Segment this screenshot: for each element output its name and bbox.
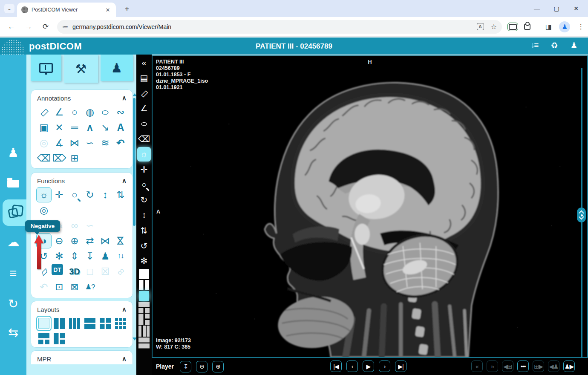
layout-1left-2right-outline[interactable] xyxy=(138,314,150,325)
effects-gear-icon[interactable]: ✻ xyxy=(137,254,151,268)
effects-gear-icon[interactable]: ✻ xyxy=(52,248,67,264)
window-level-icon[interactable]: ☼ xyxy=(36,187,52,202)
probe-icon[interactable]: ◎ xyxy=(36,135,52,150)
spline-icon[interactable]: ≋ xyxy=(98,135,113,150)
dt-icon[interactable]: DT xyxy=(52,264,63,275)
close-button[interactable]: ✕ xyxy=(571,3,581,14)
erase-all-icon[interactable]: ⌦ xyxy=(52,150,67,166)
forward-button[interactable]: → xyxy=(23,21,34,32)
translate-icon[interactable]: A xyxy=(477,23,484,30)
zoom-in-icon[interactable]: ⊕ xyxy=(67,233,82,248)
layout-1x3-outline[interactable] xyxy=(138,326,150,337)
layout-1x2[interactable] xyxy=(54,318,65,329)
previous-series-button[interactable]: ◀⊞ xyxy=(502,361,513,372)
url-text[interactable]: germany.postdicom.com/Viewer/Main xyxy=(72,23,473,30)
trash-icon[interactable]: ♻ xyxy=(549,40,559,50)
cross-lines-icon[interactable]: ✕ xyxy=(52,120,67,135)
menu-kebab-icon[interactable]: ⋮ xyxy=(577,23,584,31)
mirror-vertical-icon[interactable]: ⋈ xyxy=(113,233,128,248)
reload-button[interactable]: ⟳ xyxy=(40,21,51,32)
folders-icon[interactable] xyxy=(0,170,26,194)
cobb-angle-icon[interactable]: ⋈ xyxy=(67,135,82,150)
layout-1top-2bottom[interactable] xyxy=(38,333,49,344)
layout-3x3[interactable] xyxy=(115,318,126,329)
rotate-icon[interactable]: ↻ xyxy=(137,193,151,207)
user-help-icon[interactable]: ♟? xyxy=(82,279,98,294)
previous-patient-button[interactable]: ◀♟ xyxy=(548,361,559,372)
dicom-viewport[interactable]: PATIENT III 02456789 01.01.1853 - F dzne… xyxy=(152,55,588,358)
tab-patient-info[interactable]: ♟ xyxy=(101,55,133,81)
share-sync-icon[interactable]: ↻ xyxy=(0,292,26,316)
report-document-icon[interactable]: ▤ xyxy=(137,71,151,85)
profile-avatar[interactable]: ♟ xyxy=(559,21,570,32)
stretch-vertical-icon[interactable]: ↕ xyxy=(137,208,151,222)
speed-up-button[interactable]: ⊕ xyxy=(212,361,224,372)
ruler-icon[interactable]: ▭ xyxy=(134,83,154,103)
collapse-layouts-icon[interactable]: ∧ xyxy=(122,306,127,313)
layout-1x1[interactable] xyxy=(38,318,49,329)
cine-download-button[interactable]: ↧ xyxy=(180,361,191,372)
tab-close-icon[interactable]: ✕ xyxy=(104,6,112,14)
ellipse-icon[interactable]: ○ xyxy=(134,116,154,131)
shutter-icon[interactable]: ◎ xyxy=(36,202,52,218)
dashed-roi-icon[interactable]: □ xyxy=(82,264,98,279)
flip-page-icon[interactable]: ⇄ xyxy=(82,233,98,248)
open-angle-icon[interactable]: ∡ xyxy=(52,135,67,150)
maximize-button[interactable]: ▢ xyxy=(551,3,562,14)
screenshot-frame-icon[interactable] xyxy=(509,24,517,30)
patient-height-icon[interactable]: ♟ xyxy=(98,248,113,264)
freehand-bone-icon[interactable]: ∽ xyxy=(82,218,98,233)
layout-2x1-outline[interactable] xyxy=(138,338,150,349)
worklist-search-icon[interactable]: ≡ xyxy=(0,261,26,285)
next-image-button[interactable]: › xyxy=(379,361,390,372)
expand-vertical-icon[interactable]: ⇕ xyxy=(67,248,82,264)
cloud-upload-icon[interactable]: ☁ xyxy=(0,230,26,254)
eraser-icon[interactable]: ⌫ xyxy=(36,150,52,166)
collapse-mpr-icon[interactable]: ∧ xyxy=(122,355,127,363)
url-bar[interactable]: ≔ germany.postdicom.com/Viewer/Main A☆ xyxy=(57,20,502,34)
collapse-functions-icon[interactable]: ∧ xyxy=(122,177,127,185)
bone-icon[interactable]: ∞ xyxy=(67,218,82,233)
layout-2x2[interactable] xyxy=(100,318,111,329)
collapse-panel-icon[interactable]: « xyxy=(137,55,151,70)
circle-icon[interactable]: ○ xyxy=(67,104,82,120)
next-patient-button[interactable]: ♟▶ xyxy=(563,361,575,372)
eraser-icon[interactable]: ⌫ xyxy=(137,132,151,146)
layout-2x1[interactable] xyxy=(84,318,95,329)
side-panel-icon[interactable]: ◨ xyxy=(545,23,552,31)
last-image-button[interactable]: ▶| xyxy=(395,361,406,372)
zoom-out-icon[interactable]: ⊖ xyxy=(52,233,67,248)
parallel-lines-icon[interactable]: ═ xyxy=(67,120,82,135)
rotate-icon[interactable]: ↻ xyxy=(82,187,98,202)
sort-download-icon[interactable]: ↓≡ xyxy=(529,40,539,50)
studies-cards-icon[interactable] xyxy=(0,201,26,225)
stack-scroll-icon[interactable]: ⇅ xyxy=(137,223,151,238)
more-options-button[interactable]: ••• xyxy=(517,361,529,372)
account-icon[interactable]: ♟ xyxy=(568,40,579,50)
layout-1left-2right[interactable] xyxy=(54,333,65,344)
extensions-puzzle-icon[interactable] xyxy=(524,24,530,30)
layout-1x3[interactable] xyxy=(69,318,80,329)
image-lock-icon[interactable]: ⊠ xyxy=(67,279,82,294)
transfer-devices-icon[interactable]: ⇆ xyxy=(0,320,26,344)
save-annotation-icon[interactable]: ⊞ xyxy=(67,150,82,166)
tab-tools[interactable]: ⚒ xyxy=(64,55,98,83)
arrow-icon[interactable]: ↘ xyxy=(98,120,113,135)
layout-1top-2bottom-outline[interactable] xyxy=(138,302,150,313)
new-tab-button[interactable]: + xyxy=(122,4,132,14)
bone-rotate-icon[interactable]: ∞ xyxy=(110,261,132,283)
magnify-icon[interactable]: ○ xyxy=(137,177,151,192)
image-history-icon[interactable]: ⊡ xyxy=(52,279,67,294)
freehand-region-icon[interactable]: ∽ xyxy=(82,135,98,150)
seek-back-button[interactable]: « xyxy=(471,361,483,372)
layout-current-cyan[interactable] xyxy=(139,291,149,301)
pan-icon[interactable]: ✛ xyxy=(137,162,151,177)
layout-1x1-white[interactable] xyxy=(139,269,149,279)
play-button[interactable]: ▶ xyxy=(363,361,374,372)
seek-forward-button[interactable]: » xyxy=(487,361,498,372)
browser-tab[interactable]: PostDICOM Viewer ✕ xyxy=(17,3,116,17)
back-button[interactable]: ← xyxy=(6,21,17,32)
collapse-vertical-icon[interactable]: ↧ xyxy=(82,248,98,264)
ellipse-icon[interactable]: ○ xyxy=(94,104,117,120)
text-annotation-icon[interactable]: A xyxy=(113,120,128,135)
